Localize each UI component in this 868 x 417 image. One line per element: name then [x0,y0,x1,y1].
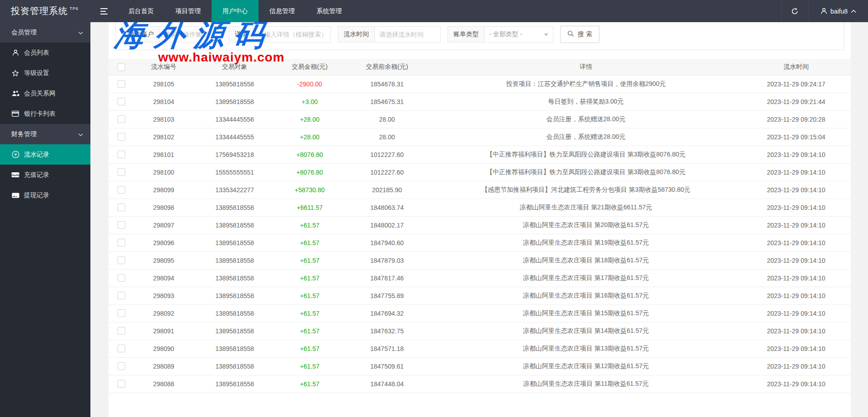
cell-detail: 凉都山阿里生态农庄项目 第16期收益61.57元 [430,287,741,304]
sidebar-item[interactable]: 会员列表 [0,43,90,63]
bill-type-select[interactable]: - 全部类型 - [485,26,553,43]
table-row: 298100 15555555551 +8076.80 1012227.60 【… [108,163,851,181]
cell-amount: +61.57 [276,375,344,393]
row-checkbox[interactable] [118,204,125,211]
svg-text:PayPal: PayPal [11,174,19,177]
cell-account: 13895818558 [193,304,276,322]
cell-serial: 298089 [134,357,193,375]
row-checkbox[interactable] [118,239,125,246]
header-actions: baifu8 [781,0,868,22]
cell-time: 2023-11-29 09:14:10 [741,199,851,216]
row-checkbox[interactable] [118,186,125,194]
cell-balance: 1854675.31 [344,93,430,110]
cell-time: 2023-11-29 09:14:10 [741,340,851,357]
row-checkbox[interactable] [118,345,125,352]
column-header: 交易金额(元) [276,59,344,75]
row-checkbox[interactable] [118,292,125,299]
cell-balance: 1012227.60 [344,146,430,163]
menu-toggle-icon[interactable] [90,0,118,22]
search-field: 操作账户 [123,26,222,43]
cell-balance: 1847817.46 [344,269,430,287]
cell-serial: 298096 [134,234,193,251]
search-input[interactable] [375,26,441,43]
cell-detail: 凉都山阿里生态农庄项目 第11期收益61.57元 [430,375,741,393]
cell-amount: +61.57 [276,340,344,357]
sidebar-group[interactable]: 会员管理 [0,22,90,43]
cell-amount: +61.57 [276,269,344,287]
cell-account: 13895818558 [193,251,276,269]
sidebar-item[interactable]: PayPal充值记录 [0,165,90,185]
sidebar-item[interactable]: 等级设置 [0,63,90,83]
table-row: 298090 13895818558 +61.57 1847571.18 凉都山… [108,340,851,357]
cell-account: 13895818558 [193,75,276,93]
cell-balance: 28.00 [344,110,430,128]
cell-account: 13895818558 [193,199,276,216]
refresh-button[interactable] [781,0,808,22]
cell-serial: 298097 [134,216,193,234]
row-checkbox[interactable] [118,98,125,105]
cell-account: 13344445555 [193,128,276,146]
chevron-up-icon [851,9,856,13]
table-row: 298089 13895818558 +61.57 1847509.61 凉都山… [108,357,851,375]
cell-serial: 298099 [134,181,193,199]
nav-item[interactable]: 用户中心 [212,0,259,22]
row-checkbox[interactable] [118,221,125,229]
search-field: 详情 [229,26,331,43]
row-checkbox[interactable] [118,256,125,264]
cell-amount: -2900.00 [276,75,344,93]
search-field-label: 流水时间 [338,26,375,43]
user-menu[interactable]: baifu8 [808,0,868,22]
select-all-checkbox[interactable] [118,63,125,71]
search-form: 操作账户详情流水时间账单类型- 全部类型 -搜 索 [123,26,837,43]
row-checkbox[interactable] [118,274,125,282]
cell-detail: 【中正推荐福利项目】铁力至凤阳段公路建设项目 第3期收益8076.80元 [430,163,741,181]
cell-serial: 298094 [134,269,193,287]
main-nav: 后台首页项目管理用户中心信息管理系统管理 [118,0,353,22]
cell-balance: 1012227.60 [344,163,430,181]
sidebar-item[interactable]: 提现记录 [0,185,90,205]
chevron-down-icon [544,33,548,36]
nav-item[interactable]: 后台首页 [118,0,165,22]
search-field-label: 操作账户 [123,26,160,43]
row-checkbox[interactable] [118,327,125,335]
cell-serial: 298101 [134,146,193,163]
sidebar-item[interactable]: 银行卡列表 [0,104,90,124]
search-button[interactable]: 搜 索 [560,26,599,43]
nav-item[interactable]: 信息管理 [259,0,306,22]
cell-account: 13895818558 [193,375,276,393]
app-logo[interactable]: 投资管理系统 TP6 [0,0,90,22]
cell-balance: 1847448.04 [344,375,430,393]
cell-detail: 凉都山阿里生态农庄项目 第20期收益61.57元 [430,216,741,234]
row-checkbox[interactable] [118,309,125,317]
cell-balance: 1848063.74 [344,199,430,216]
row-checkbox[interactable] [118,133,125,141]
records-table: 流水编号交易对象交易金额(元)交易前余额(元)详情流水时间 298105 138… [108,59,851,393]
row-checkbox[interactable] [118,380,125,388]
cell-account: 13895818558 [193,357,276,375]
cell-detail: 凉都山阿里生态农庄项目 第15期收益61.57元 [430,304,741,322]
cell-time: 2023-11-29 09:14:10 [741,304,851,322]
cell-time: 2023-11-29 09:14:10 [741,181,851,199]
row-checkbox[interactable] [118,115,125,123]
nav-item[interactable]: 系统管理 [306,0,353,22]
search-field: 流水时间 [338,26,441,43]
search-input[interactable] [253,26,331,43]
nav-item[interactable]: 项目管理 [165,0,212,22]
cell-amount: +8076.80 [276,146,344,163]
row-checkbox[interactable] [118,168,125,176]
sidebar-group-label: 会员管理 [11,28,37,37]
sidebar-item[interactable]: ¥流水记录 [0,144,90,165]
row-checkbox[interactable] [118,151,125,158]
app-version-badge: TP6 [70,6,79,11]
cell-balance: 1847571.18 [344,340,430,357]
refresh-icon [791,7,799,15]
cell-balance: 202185.90 [344,181,430,199]
sidebar-group[interactable]: 财务管理 [0,124,90,144]
sidebar-item[interactable]: 会员关系网 [0,83,90,104]
cell-time: 2023-11-29 09:21:44 [741,93,851,110]
table-row: 298101 17569453218 +8076.80 1012227.60 【… [108,146,851,163]
search-icon [567,30,574,38]
row-checkbox[interactable] [118,362,125,370]
row-checkbox[interactable] [118,80,125,88]
search-input[interactable] [160,26,222,43]
